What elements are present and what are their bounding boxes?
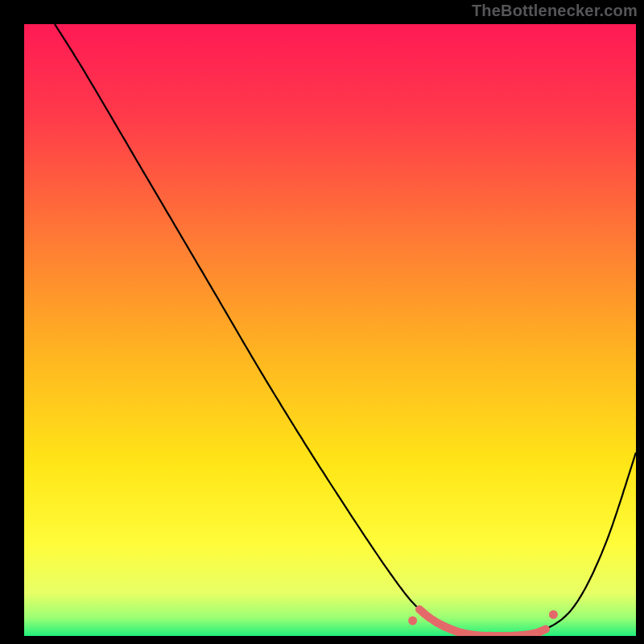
optimal-marker-end: [408, 617, 417, 625]
gradient-background: [24, 24, 636, 636]
watermark-text: TheBottlenecker.com: [472, 2, 638, 20]
bottleneck-chart: [0, 0, 644, 644]
optimal-marker-end: [549, 610, 558, 619]
chart-container: TheBottlenecker.com: [0, 0, 644, 644]
